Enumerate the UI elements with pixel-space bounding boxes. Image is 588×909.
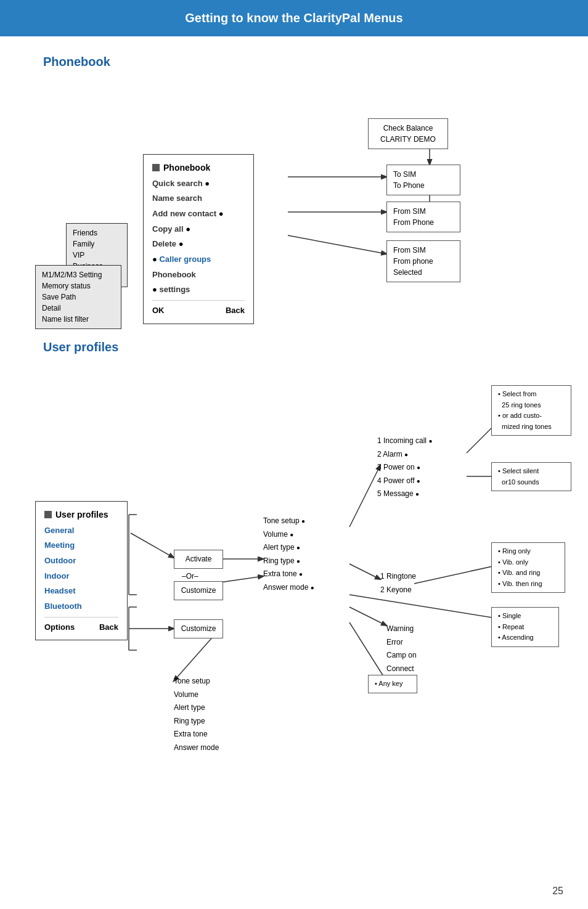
check-balance-box: Check BalanceCLARITY DEMO xyxy=(368,118,448,149)
page-title: Getting to know the ClarityPal Menus xyxy=(185,11,402,25)
menu-item-phonebook-settings: Phonebook xyxy=(152,267,245,283)
svg-line-24 xyxy=(349,607,386,626)
phonebook-menu-header: Phonebook xyxy=(152,160,245,176)
menu-item-meeting: Meeting xyxy=(44,538,118,553)
or-text: –Or– xyxy=(182,572,198,581)
menu-icon-user xyxy=(44,511,52,518)
svg-line-16 xyxy=(220,576,263,582)
menu-item-headset: Headset xyxy=(44,584,118,599)
svg-line-23 xyxy=(349,595,504,619)
menu-item-add-contact: Add new contact ● xyxy=(152,206,245,222)
incoming-call-box: 1 Incoming call ● 2 Alarm ● 3 Power on ●… xyxy=(377,434,432,501)
userprofiles-section: User profiles xyxy=(0,340,588,767)
svg-line-7 xyxy=(131,533,174,558)
menu-item-copy-all: Copy all ● xyxy=(152,222,245,237)
silent10-box: • Select silent or10 sounds xyxy=(491,462,571,491)
page-header: Getting to know the ClarityPal Menus xyxy=(0,0,588,36)
svg-line-3 xyxy=(288,235,386,254)
ts-item-5: Extra tone ● xyxy=(263,568,314,581)
menu-item-settings: ● settings xyxy=(152,282,245,298)
phonebook-section-title: Phonebook xyxy=(43,55,570,69)
svg-line-18 xyxy=(349,465,380,527)
menu-item-name-search: Name search xyxy=(152,191,245,206)
phonebook-menu-footer: OK Back xyxy=(152,300,245,319)
tone-setup-list: Tone setup ● Volume ● Alert type ● Ring … xyxy=(263,515,314,595)
ts-item-1: Tone setup ● xyxy=(263,515,314,528)
phonebook-settings-list: M1/M2/M3 SettingMemory statusSave PathDe… xyxy=(35,265,121,329)
ring25-box: • Select from 25 ring tones• or add cust… xyxy=(491,385,571,436)
anykey-box: • Any key xyxy=(368,675,417,693)
menu-item-outdoor: Outdoor xyxy=(44,553,118,569)
menu-item-indoor: Indoor xyxy=(44,569,118,584)
userprofiles-diagram: User profiles General Meeting Outdoor In… xyxy=(23,367,565,767)
svg-line-21 xyxy=(414,564,504,584)
ts-item-3: Alert type ● xyxy=(263,541,314,555)
ts-item-6: Answer mode ● xyxy=(263,581,314,595)
svg-line-22 xyxy=(349,564,380,579)
customize-box-2: Customize xyxy=(174,619,223,638)
single-repeat-box: • Single• Repeat• Ascending xyxy=(491,607,559,647)
from-sim-phone-selected-box: From SIMFrom phoneSelected xyxy=(386,240,460,282)
ring-options-box: • Ring only• Vib. only• Vib. and ring• V… xyxy=(491,542,565,593)
ts-item-4: Ring type ● xyxy=(263,555,314,568)
phonebook-menu-box: Phonebook Quick search ● Name search Add… xyxy=(143,154,254,324)
menu-item-delete: Delete ● xyxy=(152,237,245,252)
customize-box-1: Customize xyxy=(174,581,223,600)
phonebook-section: Phonebook xyxy=(0,55,588,303)
to-sim-phone-box: To SIMTo Phone xyxy=(386,165,460,195)
menu-item-caller-groups: ● Caller groups xyxy=(152,252,245,267)
menu-icon xyxy=(152,164,160,171)
menu-item-quick-search: Quick search ● xyxy=(152,176,245,192)
ts-item-2: Volume ● xyxy=(263,528,314,542)
ringtone-keyone-box: 1 Ringtone 2 Keyone xyxy=(380,570,416,597)
userprofiles-section-title: User profiles xyxy=(43,340,570,354)
tone-setup-list-2: Tone setup Volume Alert type Ring type E… xyxy=(174,675,219,755)
user-profiles-menu-box: User profiles General Meeting Outdoor In… xyxy=(35,501,128,640)
menu-item-bluetooth: Bluetooth xyxy=(44,599,118,614)
page-number: 25 xyxy=(552,886,563,897)
menu-item-general: General xyxy=(44,523,118,539)
from-sim-phone-box: From SIMFrom Phone xyxy=(386,202,460,232)
user-profiles-menu-header: User profiles xyxy=(44,507,118,523)
user-profiles-menu-footer: Options Back xyxy=(44,617,118,635)
svg-line-25 xyxy=(349,622,386,681)
activate-box: Activate xyxy=(174,550,223,569)
phonebook-diagram: Check BalanceCLARITY DEMO To SIMTo Phone… xyxy=(23,81,565,303)
warning-box: Warning Error Camp on Connect xyxy=(386,622,417,675)
